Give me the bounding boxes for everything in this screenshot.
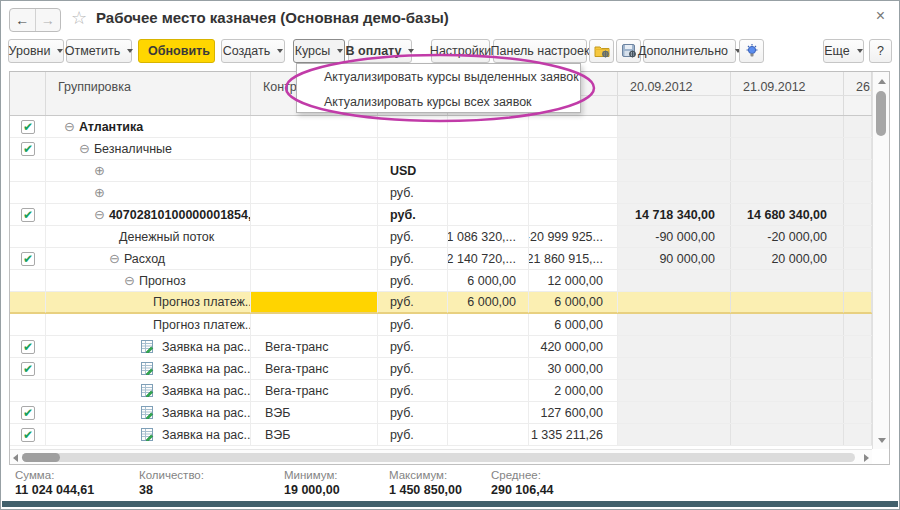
vertical-scroll-thumb[interactable] (876, 91, 886, 136)
max-label: Максимум: (389, 469, 462, 481)
currency-cell: руб. (378, 336, 448, 357)
group-label: 40702810100000001854, “... (109, 208, 251, 222)
column-header-0[interactable] (10, 72, 46, 115)
favorite-star-icon[interactable]: ☆ (71, 7, 87, 29)
checkbox-cell: ✔ (10, 424, 46, 445)
window-bottom-band (2, 501, 898, 507)
amount-2109-cell (731, 314, 844, 335)
forward-button[interactable]: → (36, 9, 61, 31)
row-checkbox[interactable]: ✔ (21, 252, 35, 266)
table-row[interactable]: ✔Заявка на рас...Вега-трансруб.420 000,0… (10, 336, 872, 358)
amount-2009-cell: 90 000,00 (618, 248, 731, 269)
table-row[interactable]: ⊕руб. (10, 182, 872, 204)
counterparty-cell: ВЭБ (251, 424, 378, 445)
mark-button[interactable]: Отметить (66, 39, 132, 63)
rates-dropdown-menu: Актуализировать курсы выделенных заявок … (296, 63, 581, 113)
table-row[interactable]: ⊖Прогнозруб.6 000,0012 000,00 (10, 270, 872, 292)
amount-2609-cell (844, 270, 872, 291)
amount-2109-cell (731, 138, 844, 159)
table-row-selected[interactable]: Прогноз платеж...руб.6 000,006 000,00 (10, 292, 872, 314)
scroll-up-icon[interactable] (878, 79, 886, 84)
tree-toggle-icon[interactable]: ⊕ (94, 186, 105, 199)
row-checkbox[interactable]: ✔ (21, 428, 35, 442)
table-row[interactable]: Денежный потокруб.-11 086 320,...-20 999… (10, 226, 872, 248)
amount-col1-cell (448, 314, 529, 335)
load-settings-button[interactable] (589, 39, 614, 63)
scroll-left-icon[interactable] (13, 454, 18, 462)
create-button[interactable]: Создать (221, 39, 285, 63)
table-row[interactable]: Прогноз платеж...руб.6 000,00 (10, 314, 872, 336)
horizontal-scrollbar[interactable] (10, 449, 872, 464)
close-icon[interactable]: × (876, 7, 885, 25)
levels-button[interactable]: Уровни (8, 39, 64, 63)
horizontal-scroll-thumb[interactable] (22, 453, 60, 462)
table-row[interactable]: ✔Заявка на рас...ВЭБруб.127 600,00 (10, 402, 872, 424)
tree-toggle-icon[interactable]: ⊕ (94, 164, 105, 177)
help-button[interactable]: ? (869, 39, 892, 63)
chevron-down-icon (127, 49, 133, 53)
scroll-down-icon[interactable] (878, 438, 886, 443)
to-payment-button[interactable]: В оплату (348, 39, 412, 63)
tree-toggle-icon[interactable]: ⊖ (64, 120, 75, 133)
refresh-button[interactable]: Обновить (138, 39, 215, 63)
levels-label: Уровни (9, 44, 51, 58)
sum-value: 11 024 044,61 (15, 483, 94, 497)
table-row[interactable]: ✔⊖Расходруб.12 140 720,...21 860 915,...… (10, 248, 872, 270)
group-label: Расход (124, 252, 165, 266)
tree-toggle-icon[interactable]: ⊖ (94, 208, 105, 221)
column-header-8[interactable]: 26.0 (844, 72, 872, 115)
amount-2609-cell (844, 116, 872, 137)
amount-2009-cell (618, 314, 731, 335)
table-row[interactable]: ✔⊖40702810100000001854, “...руб.14 718 3… (10, 204, 872, 226)
row-checkbox[interactable]: ✔ (21, 406, 35, 420)
more-button[interactable]: Еще (823, 39, 864, 63)
table-row[interactable]: ✔Заявка на рас...ВЭБруб.1 335 211,26 (10, 424, 872, 446)
tree-toggle-icon[interactable]: ⊖ (109, 252, 120, 265)
amount-col1-cell (448, 182, 529, 203)
table-row[interactable]: ⊕USD (10, 160, 872, 182)
payments-table: ГруппировкаКонтрагент20.09.201221.09.201… (9, 71, 890, 465)
table-row[interactable]: ✔⊖Атлантика (10, 116, 872, 138)
back-button[interactable]: ← (10, 9, 36, 31)
counterparty-cell (251, 116, 378, 137)
scroll-right-icon[interactable] (864, 454, 869, 462)
row-checkbox[interactable]: ✔ (21, 362, 35, 376)
rates-button[interactable]: Курсы (293, 39, 345, 63)
amount-col2-cell: -20 999 925... (529, 226, 618, 247)
status-count: Количество:38 (139, 469, 204, 497)
status-sum: Сумма:11 024 044,61 (15, 469, 94, 497)
tree-toggle-icon[interactable]: ⊖ (79, 142, 90, 155)
document-icon (141, 340, 154, 353)
column-header-7[interactable]: 21.09.2012 (731, 72, 844, 115)
menu-item-actualize-selected[interactable]: Актуализировать курсы выделенных заявок (297, 64, 580, 89)
tree-toggle-icon[interactable]: ⊖ (124, 274, 135, 287)
counterparty-cell (251, 248, 378, 269)
column-header-6[interactable]: 20.09.2012 (618, 72, 731, 115)
table-row[interactable]: ✔⊖Безналичные (10, 138, 872, 160)
vertical-scrollbar[interactable] (872, 72, 889, 449)
settings-button[interactable]: Настройки (431, 39, 490, 63)
refresh-label: Обновить (148, 44, 210, 58)
row-checkbox[interactable]: ✔ (21, 340, 35, 354)
document-icon (141, 362, 154, 375)
horizontal-scroll-track[interactable] (22, 453, 855, 462)
row-checkbox[interactable]: ✔ (21, 208, 35, 222)
counterparty-cell (251, 226, 378, 247)
table-row[interactable]: ✔Заявка на рас...Вега-трансруб.30 000,00 (10, 358, 872, 380)
table-row[interactable]: Заявка на рас...Вега-трансруб.2 000,00 (10, 380, 872, 402)
group-cell: Заявка на рас... (46, 424, 251, 445)
row-checkbox[interactable]: ✔ (21, 142, 35, 156)
amount-2009-cell (618, 270, 731, 291)
additional-button[interactable]: Дополнительно (643, 39, 736, 63)
amount-2009-cell (618, 336, 731, 357)
amount-2009-cell (618, 116, 731, 137)
row-checkbox[interactable]: ✔ (21, 120, 35, 134)
settings-panel-button[interactable]: Панель настроек (493, 39, 587, 63)
menu-item-actualize-all[interactable]: Актуализировать курсы всех заявок (297, 89, 580, 114)
amount-col2-cell: 127 600,00 (529, 402, 618, 423)
group-cell: ⊖Безналичные (46, 138, 251, 159)
tip-button[interactable] (739, 39, 764, 63)
group-cell: Денежный поток (46, 226, 251, 247)
min-label: Минимум: (284, 469, 340, 481)
column-header-1[interactable]: Группировка (46, 72, 251, 115)
